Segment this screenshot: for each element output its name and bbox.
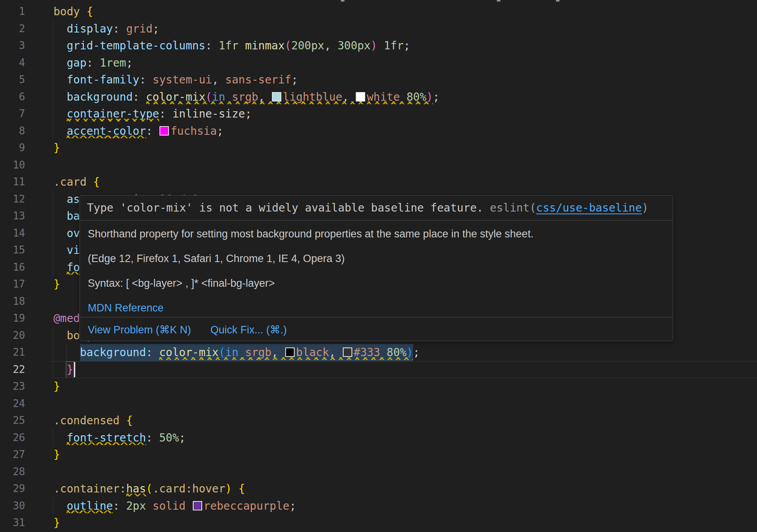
code-line-28[interactable]: 28	[0, 463, 757, 481]
token-value: rebeccapurple	[204, 499, 290, 512]
line-number[interactable]: 20	[0, 327, 25, 344]
code-line-30[interactable]: 30 outline: 2px solid rebeccapurple;	[0, 498, 757, 515]
token-property: font-stretch	[67, 431, 146, 444]
warning-squiggle: outline	[67, 498, 113, 515]
line-number[interactable]: 23	[0, 378, 25, 395]
line-number[interactable]: 2	[0, 20, 25, 38]
code-line-8[interactable]: 8 accent-color: fuchsia;	[0, 123, 757, 140]
token-punctuation: ,	[324, 39, 331, 52]
code-line-4[interactable]: 4 gap: 1rem;	[0, 54, 757, 72]
color-swatch[interactable]	[159, 126, 169, 136]
color-swatch[interactable]	[356, 92, 365, 101]
code-line-29[interactable]: 29.container:has(.card:hover) {	[0, 480, 757, 498]
line-number[interactable]: 3	[0, 37, 25, 54]
code-line-26[interactable]: 26 font-stretch: 50%;	[0, 429, 757, 447]
code-line-11[interactable]: 11.card {	[0, 174, 757, 191]
code-line-2[interactable]: 2 display: grid;	[0, 20, 757, 38]
token-text	[54, 499, 67, 512]
token-selector: :	[186, 482, 192, 495]
color-swatch[interactable]	[343, 347, 352, 357]
code-line-1[interactable]: 1body {	[0, 3, 757, 20]
line-number[interactable]: 11	[0, 174, 25, 191]
hover-actions: View Problem (⌘K N) Quick Fix... (⌘.)	[80, 317, 673, 341]
line-number[interactable]: 18	[0, 293, 25, 310]
line-number[interactable]: 4	[0, 54, 25, 72]
code-line-5[interactable]: 5 font-family: system-ui, sans-serif;	[0, 71, 757, 89]
code-text: }	[54, 276, 60, 293]
eslint-rule-link[interactable]: css/use-baseline	[536, 201, 642, 214]
color-swatch[interactable]	[285, 347, 295, 357]
code-line-10[interactable]: 10	[0, 157, 757, 174]
token-value: grid	[126, 22, 152, 35]
code-line-6[interactable]: 6 background: color-mix(in srgb, lightbl…	[0, 89, 757, 106]
line-number[interactable]: 19	[0, 310, 25, 327]
token-text	[54, 329, 67, 342]
token-value: fuchsia	[170, 125, 217, 138]
line-number[interactable]: 10	[0, 157, 25, 174]
diagnostic-message: Type 'color-mix' is not a widely availab…	[80, 195, 673, 220]
line-number[interactable]: 8	[0, 123, 25, 140]
line-number[interactable]: 5	[0, 71, 25, 89]
line-number[interactable]: 30	[0, 498, 25, 515]
code-line-7[interactable]: 7 container-type: inline-size;	[0, 105, 757, 123]
token-property: container-type	[67, 107, 159, 120]
token-number: 200px	[291, 39, 324, 52]
line-number[interactable]: 29	[0, 480, 25, 498]
code-text: }	[54, 139, 60, 157]
line-number[interactable]: 24	[0, 395, 25, 413]
token-selector: hover	[192, 482, 225, 495]
doc-syntax: Syntax: [ <bg-layer> , ]* <final-bg-laye…	[88, 277, 665, 289]
diagnostic-source-prefix: eslint(	[490, 201, 536, 214]
token-punctuation: :	[146, 125, 153, 138]
code-line-22[interactable]: 22 }	[0, 361, 757, 378]
token-text	[232, 482, 239, 495]
token-text	[152, 431, 159, 444]
line-number[interactable]: 17	[0, 276, 25, 293]
code-line-31[interactable]: 31}	[0, 514, 757, 532]
quick-fix-action[interactable]: Quick Fix... (⌘.)	[210, 324, 287, 336]
token-value: white	[367, 90, 400, 103]
token-text	[54, 363, 67, 376]
code-line-3[interactable]: 3 grid-template-columns: 1fr minmax(200p…	[0, 37, 757, 54]
line-number[interactable]: 6	[0, 89, 25, 106]
line-number[interactable]: 7	[0, 105, 25, 123]
code-line-25[interactable]: 25.condensed {	[0, 412, 757, 429]
token-property: outline	[67, 499, 113, 512]
line-number[interactable]: 27	[0, 446, 25, 463]
token-punctuation: ,	[272, 346, 278, 359]
code-text: .condensed {	[54, 412, 133, 429]
code-text: grid-template-columns: 1fr minmax(200px,…	[54, 37, 410, 54]
token-functionName: color-mix	[146, 90, 206, 103]
token-property: vi	[67, 244, 80, 257]
token-text	[239, 346, 245, 359]
color-swatch[interactable]	[193, 501, 202, 510]
code-line-24[interactable]: 24	[0, 395, 757, 413]
code-line-9[interactable]: 9}	[0, 139, 757, 157]
line-number[interactable]: 22	[0, 361, 25, 378]
token-punctuation: :	[159, 107, 166, 120]
line-number[interactable]: 15	[0, 242, 25, 259]
line-number[interactable]: 14	[0, 225, 25, 242]
line-number[interactable]: 25	[0, 412, 25, 429]
line-number[interactable]: 12	[0, 191, 25, 208]
color-swatch[interactable]	[272, 92, 281, 101]
mdn-reference-link[interactable]: MDN Reference	[88, 302, 665, 314]
view-problem-action[interactable]: View Problem (⌘K N)	[88, 324, 191, 336]
line-number[interactable]: 16	[0, 259, 25, 276]
token-value: srgb	[232, 90, 258, 103]
token-property: gap	[67, 56, 87, 69]
line-number[interactable]: 1	[0, 3, 25, 20]
line-number[interactable]: 31	[0, 514, 25, 532]
line-number[interactable]: 21	[0, 344, 25, 361]
code-text: font-stretch: 50%;	[54, 429, 186, 447]
line-number[interactable]: 9	[0, 139, 25, 157]
token-text	[54, 193, 67, 206]
clipped-text-artifact	[341, 0, 344, 2]
code-line-27[interactable]: 27}	[0, 446, 757, 463]
line-number[interactable]: 28	[0, 463, 25, 481]
code-line-23[interactable]: 23}	[0, 378, 757, 395]
line-number[interactable]: 13	[0, 208, 25, 225]
line-number[interactable]: 26	[0, 429, 25, 447]
token-text	[331, 39, 338, 52]
code-line-21[interactable]: 21 background: color-mix(in srgb, black,…	[0, 344, 757, 361]
